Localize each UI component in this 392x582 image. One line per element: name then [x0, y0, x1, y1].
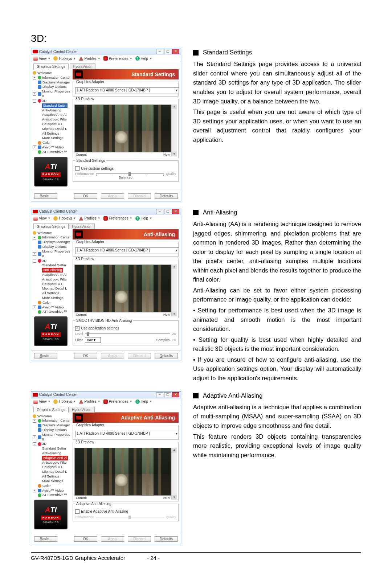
ok-button: OK [74, 193, 97, 199]
tree-selected-aaa: Adaptive Anti-Al [42, 456, 68, 460]
use-custom-settings-checkbox[interactable]: Use custom settings [75, 166, 176, 171]
ati-radeon-badge: ATI RADEON GRAPHICS [34, 157, 68, 187]
use-application-settings-checkbox[interactable]: ✓Use application settings [75, 326, 176, 331]
minimize-button: – [156, 49, 163, 54]
heading-adaptive-aa: Adaptive Anti-Aliasing [203, 391, 262, 401]
text-block: The Standard Settings page provides acce… [193, 60, 361, 106]
heading-standard-settings: Standard Settings [203, 48, 252, 57]
page-footer: GV-R487D5-1GD Graphics Accelerator - 24 … [31, 552, 361, 561]
tab-row[interactable]: Graphics Settings HydraVision [31, 62, 181, 69]
quality-slider[interactable]: Performance Quality [75, 172, 176, 176]
ati-chip-icon [33, 50, 38, 53]
bullet-icon [193, 50, 199, 56]
text-block: This page is useful when you are not awa… [193, 107, 361, 144]
tree-selected-std: Standard Settin [42, 103, 68, 108]
menubar[interactable]: View▼ Hotkeys▼ Profiles▼ Preferences▼ ?H… [31, 55, 181, 62]
hotkeys-icon [53, 56, 58, 61]
window-controls[interactable]: –▢✕ [156, 49, 179, 54]
tree-selected-aa: Anti-Aliasing [42, 268, 63, 272]
filter-select[interactable]: Box ▾ [85, 337, 101, 343]
defaults-button: Defaults [155, 193, 178, 199]
enable-adaptive-aa-checkbox[interactable]: Enable Adaptive Anti-Aliasing [75, 509, 176, 514]
tree-sidebar[interactable]: Welcome +Information Center Displays Man… [31, 69, 73, 189]
3d-preview [74, 104, 171, 152]
screenshot-adaptive-aa: Catalyst Control Center –▢✕ View▼ Hotkey… [31, 391, 181, 545]
apply-button: Apply [101, 193, 124, 199]
panel-header: Standard Settings [73, 69, 179, 79]
profiles-icon [79, 56, 83, 61]
close-button: ✕ [172, 49, 179, 54]
page-title: 3D: [31, 33, 361, 44]
discard-button: Discard [128, 193, 151, 199]
help-icon: ? [135, 56, 140, 61]
screenshot-anti-aliasing: Catalyst Control Center –▢✕ View▼ Hotkey… [31, 208, 181, 361]
screenshot-standard-settings: Catalyst Control Center –▢✕ View▼ Hotkey… [31, 48, 181, 201]
preferences-icon [103, 56, 108, 61]
adapter-dropdown[interactable]: 1.ATI Radeon HD 4800 Series [ GD-1704BP … [75, 87, 179, 94]
heading-anti-aliasing: Anti-Aliasing [203, 208, 237, 217]
maximize-button: ▢ [164, 49, 171, 54]
dialog-buttons[interactable]: Basic... OK Apply Discard Defaults [31, 191, 181, 201]
tab-hydravision: HydraVision [70, 63, 96, 69]
view-icon [33, 56, 38, 61]
tab-graphics-settings: Graphics Settings [33, 63, 69, 69]
basic-button: Basic... [34, 193, 57, 199]
